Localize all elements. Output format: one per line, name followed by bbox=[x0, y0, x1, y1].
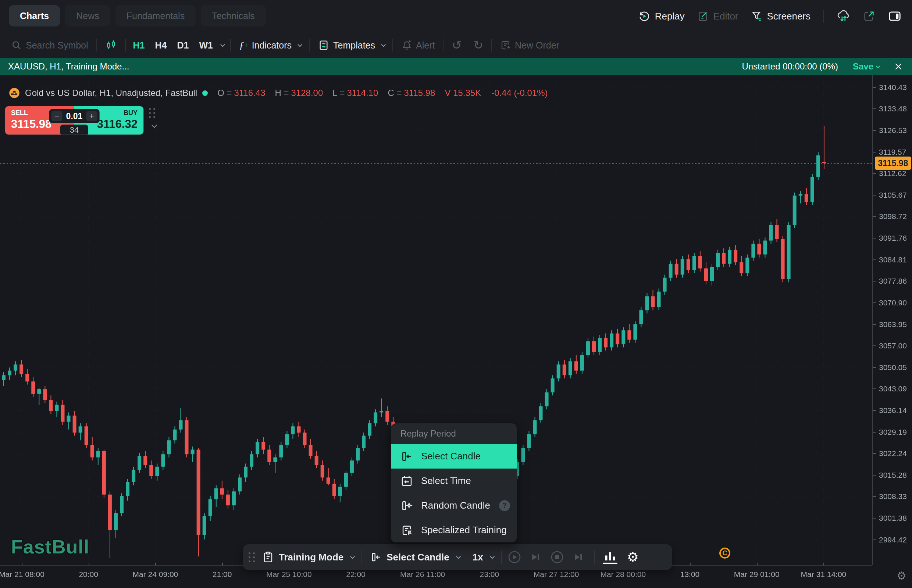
price-tick-dash bbox=[873, 324, 876, 325]
price-tick-dash bbox=[873, 281, 876, 281]
status-dot bbox=[202, 90, 208, 96]
time-tick-label: Mar 28 00:00 bbox=[600, 570, 646, 579]
time-tick-label: Mar 31 14:00 bbox=[801, 570, 847, 579]
bars-icon bbox=[603, 551, 617, 562]
current-price-label: 3115.98 bbox=[875, 157, 911, 170]
legend-title[interactable]: Gold vs US Dollar, H1, Unadjusted, FastB… bbox=[25, 88, 197, 98]
order-ticket-widget: SELL 3115.98 BUY 3116.32 − 0.01 + 34 bbox=[5, 106, 144, 135]
close-value: 3115.98 bbox=[404, 88, 435, 98]
price-tick-dash bbox=[873, 453, 876, 454]
price-tick-label: 3105.67 bbox=[879, 191, 907, 200]
divider bbox=[594, 551, 595, 564]
price-tick-dash bbox=[873, 130, 876, 131]
time-tick-label: Mar 29 01:00 bbox=[734, 570, 779, 579]
divider bbox=[361, 551, 362, 564]
price-tick-label: 3001.38 bbox=[879, 514, 907, 523]
low-label: L = bbox=[332, 88, 345, 98]
price-tick-dash bbox=[873, 173, 876, 174]
time-tick-label: Mar 21 08:00 bbox=[0, 570, 44, 579]
time-tick-label: Mar 26 11:00 bbox=[400, 570, 445, 579]
replay-period-menu: Replay Period Select Candle Select Time bbox=[391, 423, 517, 543]
price-tick-dash bbox=[873, 216, 876, 217]
low-value: 3114.10 bbox=[347, 88, 378, 98]
price-tick-dash bbox=[873, 388, 876, 389]
time-tick-dash bbox=[757, 563, 758, 565]
time-tick-dash bbox=[155, 563, 156, 565]
price-tick-dash bbox=[873, 260, 876, 260]
price-tick-label: 3050.05 bbox=[879, 363, 907, 372]
fastbull-logo: FastBull bbox=[11, 536, 89, 558]
price-tick-label: 3119.57 bbox=[879, 148, 906, 157]
price-tick-label: 2994.42 bbox=[879, 535, 907, 544]
training-mode-dropdown[interactable]: Training Mode bbox=[262, 551, 353, 564]
time-tick-label: Mar 24 09:00 bbox=[133, 570, 178, 579]
high-label: H = bbox=[275, 88, 289, 98]
price-tick-dash bbox=[873, 410, 876, 411]
time-tick-label: 21:00 bbox=[212, 570, 232, 579]
select-time-icon bbox=[400, 475, 413, 487]
time-tick-label: Mar 25 10:00 bbox=[266, 570, 312, 579]
price-tick-dash bbox=[873, 302, 876, 303]
divider bbox=[501, 551, 502, 564]
drag-handle[interactable] bbox=[149, 108, 156, 118]
step-forward-button[interactable] bbox=[529, 551, 543, 564]
axis-settings-gear-icon[interactable]: ⚙ bbox=[897, 569, 907, 582]
qty-decrease-button[interactable]: − bbox=[52, 111, 63, 121]
price-tick-label: 3070.90 bbox=[879, 299, 907, 307]
replay-playback-bar: Training Mode Select Candle 1x bbox=[243, 544, 672, 570]
play-button[interactable] bbox=[507, 550, 522, 564]
copyright-badge[interactable]: C bbox=[719, 548, 731, 559]
select-candle-dropdown[interactable]: Select Candle bbox=[370, 551, 459, 563]
menu-item-random-candle[interactable]: Random Candle ? bbox=[391, 493, 517, 518]
price-tick-label: 3022.24 bbox=[879, 449, 907, 458]
speed-dropdown[interactable]: 1x bbox=[473, 552, 493, 563]
price-tick-dash bbox=[873, 195, 876, 195]
volume-value: V 15.35K bbox=[445, 88, 481, 98]
time-tick-dash bbox=[222, 563, 223, 565]
price-tick-dash bbox=[873, 346, 876, 346]
price-tick-label: 3126.53 bbox=[879, 126, 907, 135]
price-tick-label: 3036.14 bbox=[879, 406, 907, 415]
replay-settings-gear-icon[interactable]: ⚙ bbox=[627, 549, 639, 565]
menu-item-select-candle[interactable]: Select Candle bbox=[391, 444, 517, 468]
price-tick-dash bbox=[873, 432, 876, 433]
open-value: 3116.43 bbox=[234, 88, 266, 98]
price-tick-label: 3112.62 bbox=[879, 169, 906, 178]
playbar-drag-handle[interactable] bbox=[249, 552, 255, 562]
price-tick-label: 3057.00 bbox=[879, 341, 907, 350]
time-tick-dash bbox=[22, 563, 23, 565]
menu-header: Replay Period bbox=[391, 423, 517, 444]
change-value: -0.44 (-0.01%) bbox=[491, 88, 548, 98]
price-tick-label: 3015.28 bbox=[879, 471, 907, 480]
price-tick-label: 3133.48 bbox=[879, 104, 907, 113]
price-tick-label: 3091.76 bbox=[879, 234, 907, 242]
qty-value[interactable]: 0.01 bbox=[66, 111, 83, 121]
open-label: O = bbox=[217, 88, 232, 98]
stop-button[interactable] bbox=[550, 550, 564, 564]
menu-item-select-time[interactable]: Select Time bbox=[391, 468, 517, 493]
chart-legend: Gold vs US Dollar, H1, Unadjusted, FastB… bbox=[9, 87, 548, 99]
price-tick-label: 3063.95 bbox=[879, 320, 907, 329]
time-tick-label: 13:00 bbox=[680, 570, 700, 579]
chart-panel-toggle[interactable] bbox=[603, 551, 617, 564]
price-axis[interactable]: 3140.433133.483126.533119.573112.623105.… bbox=[872, 75, 912, 565]
menu-item-specialized-training[interactable]: Specialized Training bbox=[391, 518, 517, 543]
close-label: C = bbox=[387, 88, 402, 98]
random-candle-icon bbox=[400, 499, 413, 512]
spread-value: 34 bbox=[60, 124, 88, 135]
price-tick-dash bbox=[873, 152, 876, 152]
gold-coin-icon bbox=[9, 87, 20, 99]
price-tick-dash bbox=[873, 87, 876, 88]
price-tick-label: 3140.43 bbox=[879, 83, 907, 92]
time-tick-dash bbox=[690, 563, 691, 565]
price-tick-dash bbox=[873, 475, 876, 475]
time-tick-label: 22:00 bbox=[346, 570, 366, 579]
price-tick-label: 3043.09 bbox=[879, 384, 907, 393]
price-tick-dash bbox=[873, 496, 876, 497]
skip-to-end-button[interactable] bbox=[572, 551, 585, 564]
specialized-training-icon bbox=[400, 524, 413, 536]
price-tick-dash bbox=[873, 238, 876, 239]
price-tick-dash bbox=[873, 518, 876, 519]
qty-increase-button[interactable]: + bbox=[86, 111, 97, 121]
help-icon[interactable]: ? bbox=[499, 500, 510, 511]
